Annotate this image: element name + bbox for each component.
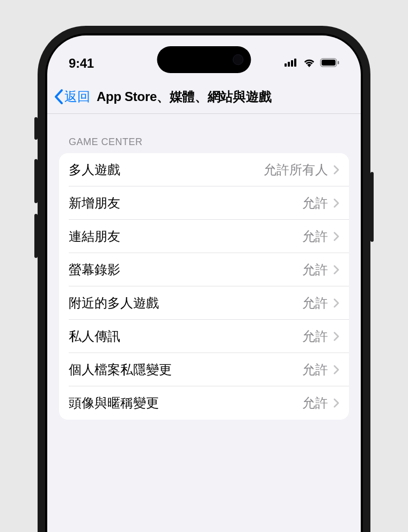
row-nearby-multiplayer[interactable]: 附近的多人遊戲 允許: [59, 286, 349, 320]
row-label: 頭像與暱稱變更: [69, 394, 302, 412]
page-title: App Store、媒體、網站與遊戲: [97, 88, 271, 105]
settings-group-game-center: 多人遊戲 允許所有人 新增朋友 允許 連結朋友: [59, 153, 349, 420]
svg-rect-3: [294, 59, 296, 67]
chevron-right-icon: [333, 298, 339, 308]
status-time: 9:41: [69, 56, 94, 71]
screen: 9:41: [47, 35, 361, 532]
chevron-right-icon: [333, 198, 339, 208]
dynamic-island: [157, 46, 251, 73]
row-value: 允許: [302, 294, 328, 312]
silent-switch: [34, 117, 38, 140]
row-label: 附近的多人遊戲: [69, 294, 302, 312]
row-adding-friends[interactable]: 新增朋友 允許: [59, 186, 349, 220]
chevron-right-icon: [333, 332, 339, 341]
chevron-left-icon: [54, 89, 63, 105]
row-value: 允許: [302, 361, 328, 378]
chevron-right-icon: [333, 398, 339, 408]
row-value: 允許: [302, 228, 328, 245]
svg-rect-6: [338, 61, 339, 64]
svg-rect-1: [288, 62, 290, 67]
volume-up-button: [34, 159, 38, 203]
row-value: 允許所有人: [264, 161, 328, 178]
svg-rect-0: [285, 63, 287, 67]
row-private-messaging[interactable]: 私人傳訊 允許: [59, 320, 349, 353]
row-profile-privacy-changes[interactable]: 個人檔案私隱變更 允許: [59, 353, 349, 386]
row-label: 連結朋友: [69, 228, 302, 245]
row-label: 多人遊戲: [69, 161, 264, 178]
phone-bezel: 9:41: [45, 33, 363, 532]
chevron-right-icon: [333, 365, 339, 375]
phone-frame: 9:41: [38, 26, 370, 532]
back-button[interactable]: 返回: [54, 88, 90, 105]
volume-down-button: [34, 214, 38, 258]
power-button: [370, 172, 374, 242]
battery-icon: [320, 58, 339, 69]
row-value: 允許: [302, 195, 328, 212]
row-avatar-nickname-changes[interactable]: 頭像與暱稱變更 允許: [59, 386, 349, 420]
row-multiplayer-games[interactable]: 多人遊戲 允許所有人: [59, 153, 349, 186]
status-icons: [285, 58, 339, 69]
row-label: 個人檔案私隱變更: [69, 361, 302, 378]
chevron-right-icon: [333, 165, 339, 175]
nav-bar: 返回 App Store、媒體、網站與遊戲: [47, 80, 361, 114]
row-screen-recording[interactable]: 螢幕錄影 允許: [59, 253, 349, 286]
back-label: 返回: [64, 88, 90, 105]
row-label: 私人傳訊: [69, 328, 302, 345]
row-label: 新增朋友: [69, 195, 302, 212]
section-header-game-center: GAME CENTER: [59, 114, 349, 153]
row-value: 允許: [302, 261, 328, 278]
row-value: 允許: [302, 394, 328, 412]
row-label: 螢幕錄影: [69, 261, 302, 278]
content-area: GAME CENTER 多人遊戲 允許所有人 新增朋友 允許: [47, 114, 361, 420]
svg-rect-2: [291, 60, 293, 67]
wifi-icon: [303, 58, 316, 69]
row-connect-friends[interactable]: 連結朋友 允許: [59, 220, 349, 253]
chevron-right-icon: [333, 232, 339, 241]
row-value: 允許: [302, 328, 328, 345]
front-camera: [233, 54, 244, 65]
chevron-right-icon: [333, 265, 339, 275]
svg-rect-5: [322, 60, 336, 66]
cellular-icon: [285, 58, 298, 69]
